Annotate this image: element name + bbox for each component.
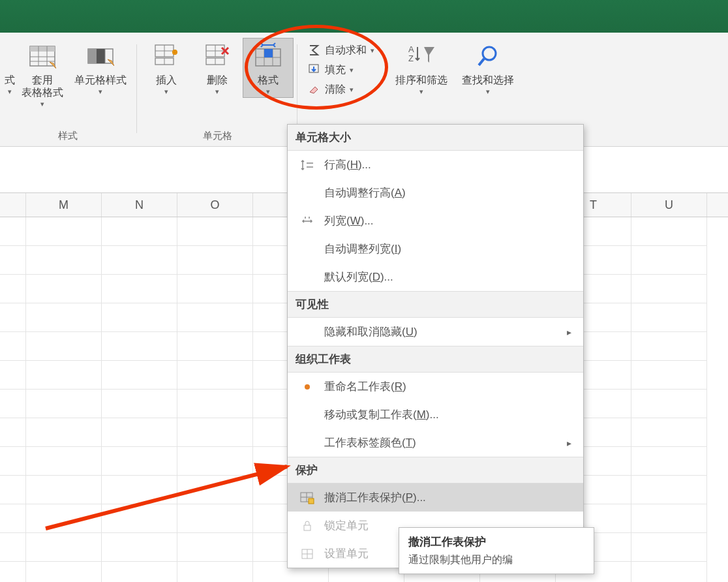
title-bar	[0, 0, 728, 33]
menu-move-copy-sheet[interactable]: 移动或复制工作表(M)...	[288, 401, 583, 429]
partial-button[interactable]: 式 ▾	[3, 38, 17, 110]
svg-rect-34	[309, 498, 314, 504]
lock-icon	[297, 519, 318, 533]
format-cells-icon	[297, 547, 318, 561]
svg-rect-25	[264, 49, 273, 57]
menu-hide-unhide[interactable]: 隐藏和取消隐藏(U) ▸	[288, 318, 583, 346]
fill-label: 填充	[325, 63, 346, 77]
clear-label: 清除	[325, 83, 346, 97]
tooltip-body: 通过限制其他用户的编	[408, 553, 584, 567]
table-format-icon	[27, 41, 57, 71]
find-select-button[interactable]: 查找和选择 ▾	[455, 38, 521, 98]
svg-rect-1	[30, 46, 55, 52]
sort-filter-icon: A Z	[406, 41, 436, 71]
menu-default-width[interactable]: 默认列宽(D)...	[288, 263, 583, 291]
format-dropdown-menu: 单元格大小 行高(H)... 自动调整行高(A) 列宽(W)... 自动调整列宽…	[287, 124, 584, 568]
autosum-button[interactable]: 自动求和 ▾	[303, 40, 378, 60]
col-header[interactable]: N	[102, 193, 177, 217]
fill-down-icon	[307, 63, 321, 77]
menu-row-height[interactable]: 行高(H)...	[288, 151, 583, 179]
svg-point-29	[483, 47, 496, 60]
tooltip: 撤消工作表保护 通过限制其他用户的编	[399, 527, 594, 574]
svg-text:Z: Z	[408, 54, 414, 63]
section-organize: 组织工作表	[288, 346, 583, 373]
cell-styles-icon	[85, 41, 115, 71]
unprotect-icon	[297, 491, 318, 505]
sigma-icon	[307, 43, 321, 57]
col-header[interactable]: O	[177, 193, 253, 217]
format-button[interactable]: 格式 ▾	[243, 38, 294, 98]
svg-rect-35	[304, 525, 311, 530]
menu-autofit-column-width[interactable]: 自动调整列宽(I)	[288, 235, 583, 263]
styles-group-label: 样式	[58, 125, 78, 146]
magnifier-icon	[473, 41, 503, 71]
menu-column-width[interactable]: 列宽(W)...	[288, 207, 583, 235]
delete-icon	[202, 41, 232, 71]
menu-tab-color[interactable]: 工作表标签颜色(T) ▸	[288, 429, 583, 457]
menu-autofit-row-height[interactable]: 自动调整行高(A)	[288, 179, 583, 207]
eraser-icon	[307, 82, 321, 97]
tooltip-title: 撤消工作表保护	[408, 534, 584, 549]
col-header-partial[interactable]	[0, 193, 26, 217]
col-header[interactable]: M	[26, 193, 102, 217]
insert-icon	[151, 41, 181, 71]
submenu-arrow-icon: ▸	[567, 438, 575, 448]
svg-rect-7	[88, 49, 97, 63]
insert-button[interactable]: 插入 ▾	[141, 38, 192, 98]
row-height-icon	[297, 158, 318, 172]
col-width-icon	[297, 214, 318, 228]
fill-button[interactable]: 填充 ▾	[303, 60, 378, 80]
format-as-table-button[interactable]: 套用 表格格式 ▾	[17, 38, 68, 110]
clear-button[interactable]: 清除 ▾	[303, 80, 378, 99]
col-header[interactable]: U	[631, 193, 707, 217]
format-icon	[253, 41, 283, 71]
menu-unprotect-sheet[interactable]: 撤消工作表保护(P)...	[288, 483, 583, 512]
cell-styles-button[interactable]: 单元格样式 ▾	[68, 38, 133, 110]
cells-group-label: 单元格	[203, 125, 232, 146]
svg-text:A: A	[408, 44, 414, 54]
sort-filter-button[interactable]: A Z 排序和筛选 ▾	[387, 38, 455, 98]
section-visibility: 可见性	[288, 291, 583, 318]
submenu-arrow-icon: ▸	[567, 327, 575, 337]
menu-rename-sheet[interactable]: 重命名工作表(R)	[288, 373, 583, 401]
rename-indicator-icon	[297, 384, 318, 390]
svg-line-30	[479, 59, 484, 65]
autosum-label: 自动求和	[325, 44, 367, 57]
section-protect: 保护	[288, 457, 583, 483]
svg-rect-8	[97, 49, 105, 63]
delete-button[interactable]: 删除 ▾	[192, 38, 243, 98]
section-cell-size: 单元格大小	[288, 125, 583, 151]
